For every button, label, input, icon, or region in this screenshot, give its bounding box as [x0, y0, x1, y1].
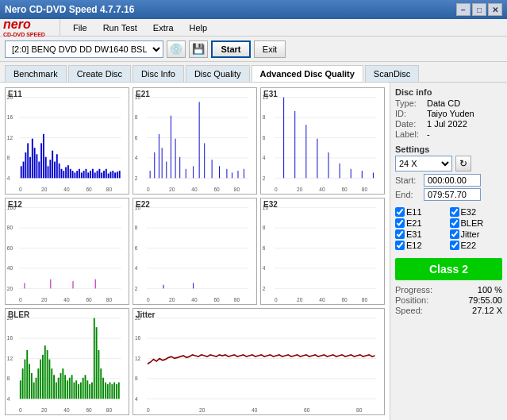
svg-rect-213: [86, 380, 88, 399]
svg-rect-211: [83, 378, 84, 399]
svg-text:8: 8: [7, 375, 10, 383]
svg-text:0: 0: [275, 185, 278, 193]
svg-rect-54: [108, 174, 109, 179]
svg-text:20: 20: [7, 284, 13, 292]
disc-id-label: ID:: [395, 109, 427, 118]
svg-rect-215: [91, 383, 93, 399]
svg-rect-116: [373, 172, 374, 178]
checkbox-e22[interactable]: [450, 241, 459, 250]
svg-rect-86: [204, 143, 205, 178]
svg-rect-194: [44, 345, 46, 399]
minimize-button[interactable]: −: [456, 3, 471, 16]
disc-info-button[interactable]: 💿: [167, 40, 186, 58]
svg-rect-152: [193, 283, 194, 288]
svg-rect-57: [114, 172, 116, 178]
checkbox-e21[interactable]: [395, 218, 405, 228]
svg-rect-220: [102, 378, 104, 399]
drive-select[interactable]: [2:0] BENQ DVD DD DW1640 BSLB: [5, 40, 163, 58]
disc-label-label: Label:: [395, 129, 427, 139]
svg-rect-206: [71, 375, 73, 399]
end-time-row: End: 079:57.70: [395, 188, 502, 201]
svg-rect-195: [47, 350, 48, 399]
svg-rect-85: [199, 102, 200, 178]
checkbox-jitter[interactable]: [450, 229, 459, 239]
checkbox-e32-label: E32: [461, 207, 477, 217]
menu-extra[interactable]: Extra: [148, 21, 179, 34]
position-label: Position:: [395, 295, 428, 305]
checkbox-e31[interactable]: [395, 229, 405, 239]
svg-rect-222: [107, 384, 109, 399]
svg-rect-88: [219, 166, 220, 178]
svg-text:80: 80: [234, 185, 240, 193]
disc-id-row: ID: Taiyo Yuden: [395, 109, 502, 118]
svg-rect-184: [22, 368, 24, 399]
svg-text:4: 4: [135, 154, 138, 162]
svg-rect-209: [78, 384, 79, 399]
svg-text:80: 80: [362, 295, 367, 303]
svg-rect-208: [75, 380, 77, 399]
disc-label-value: -: [427, 129, 430, 139]
checkbox-bler[interactable]: [450, 218, 459, 228]
svg-rect-78: [162, 148, 163, 178]
svg-rect-38: [72, 171, 74, 178]
svg-rect-192: [40, 360, 41, 399]
svg-rect-92: [244, 169, 244, 179]
checkbox-bler-item: BLER: [450, 218, 503, 228]
svg-rect-24: [40, 143, 42, 178]
checkbox-e12[interactable]: [395, 241, 405, 250]
start-button[interactable]: Start: [211, 40, 251, 58]
svg-rect-207: [73, 383, 75, 399]
close-button[interactable]: ✕: [488, 3, 502, 16]
svg-text:0: 0: [275, 295, 278, 303]
svg-rect-218: [98, 350, 99, 399]
svg-text:4: 4: [263, 154, 266, 162]
svg-text:0: 0: [19, 295, 22, 303]
svg-text:6: 6: [263, 244, 266, 252]
maximize-button[interactable]: □: [472, 3, 486, 16]
menu-help[interactable]: Help: [185, 21, 213, 34]
svg-text:8: 8: [263, 114, 266, 121]
tab-create-disc[interactable]: Create Disc: [68, 65, 131, 82]
svg-rect-112: [328, 152, 329, 178]
tab-disc-info[interactable]: Disc Info: [133, 65, 184, 82]
chart-e11: E11 20 16 12 8 4 0 20 40 60 80: [5, 87, 129, 195]
checkbox-e32[interactable]: [450, 207, 459, 217]
tab-advanced-disc-quality[interactable]: Advanced Disc Quality: [252, 65, 363, 82]
svg-rect-40: [76, 171, 78, 178]
svg-text:2: 2: [263, 284, 266, 292]
menu-run-test[interactable]: Run Test: [98, 21, 142, 34]
svg-rect-43: [83, 171, 85, 178]
svg-rect-80: [171, 116, 171, 179]
tab-scan-disc[interactable]: ScanDisc: [365, 65, 419, 82]
svg-text:80: 80: [106, 406, 112, 414]
svg-text:80: 80: [356, 406, 362, 414]
tab-disc-quality[interactable]: Disc Quality: [186, 65, 250, 82]
svg-text:0: 0: [19, 406, 22, 414]
svg-text:2: 2: [263, 174, 266, 182]
svg-rect-189: [33, 383, 35, 399]
svg-text:60: 60: [213, 185, 219, 193]
svg-rect-113: [340, 164, 340, 179]
svg-rect-109: [294, 111, 295, 178]
checkbox-e21-label: E21: [406, 218, 422, 228]
svg-text:60: 60: [86, 185, 91, 193]
svg-text:20: 20: [169, 295, 175, 303]
checkbox-e11[interactable]: [395, 207, 405, 217]
svg-rect-84: [193, 166, 194, 178]
svg-text:6: 6: [263, 133, 266, 141]
tab-benchmark[interactable]: Benchmark: [5, 65, 67, 82]
exit-button[interactable]: Exit: [254, 40, 286, 58]
svg-rect-185: [24, 360, 25, 399]
svg-text:8: 8: [135, 375, 138, 383]
speed-select[interactable]: 24 X: [395, 156, 452, 171]
save-button[interactable]: 💾: [189, 40, 208, 58]
svg-text:20: 20: [297, 295, 302, 303]
svg-rect-39: [74, 172, 75, 178]
title-bar: Nero CD-DVD Speed 4.7.7.16 − □ ✕: [0, 0, 507, 19]
svg-rect-29: [52, 151, 53, 179]
disc-date-row: Date: 1 Jul 2022: [395, 119, 502, 129]
menu-file[interactable]: File: [68, 21, 92, 34]
svg-text:60: 60: [7, 244, 13, 252]
refresh-button[interactable]: ↻: [455, 156, 471, 171]
svg-text:40: 40: [191, 295, 197, 303]
